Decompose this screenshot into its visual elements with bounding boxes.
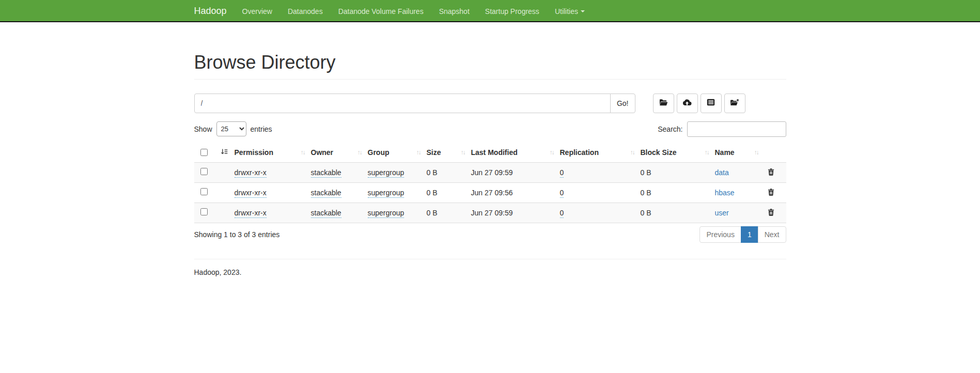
sort-both-icon: ↑↓: [705, 149, 709, 156]
cut-paste-button[interactable]: [701, 94, 722, 113]
owner-cell[interactable]: stackable: [311, 209, 341, 218]
entries-label: entries: [251, 125, 272, 133]
go-button[interactable]: Go!: [610, 94, 635, 113]
sort-asc-icon: [221, 148, 228, 157]
column-header-name[interactable]: Name↑↓: [715, 143, 765, 163]
directory-link[interactable]: hbase: [715, 189, 735, 197]
utilities-label: Utilities: [555, 7, 578, 15]
nav-item-startup-progress[interactable]: Startup Progress: [477, 0, 547, 22]
select-all-checkbox[interactable]: [200, 149, 208, 156]
select-column-header[interactable]: [194, 143, 235, 163]
move-directory-button[interactable]: [724, 94, 745, 113]
table-row: drwxr-xr-x stackable supergroup 0 B Jun …: [194, 162, 786, 182]
page-title: Browse Directory: [194, 52, 786, 73]
last-modified-cell: Jun 27 09:56: [471, 189, 513, 197]
trash-icon: [768, 210, 774, 217]
size-cell: 0 B: [427, 168, 438, 177]
size-cell: 0 B: [427, 209, 438, 217]
sort-both-icon: ↑↓: [416, 149, 421, 156]
pagination: Previous 1 Next: [699, 226, 786, 243]
list-alt-icon: [707, 99, 715, 107]
last-modified-cell: Jun 27 09:59: [471, 209, 513, 217]
upload-files-button[interactable]: [677, 94, 698, 113]
column-header-block-size[interactable]: Block Size↑↓: [641, 143, 715, 163]
pagination-page-1[interactable]: 1: [741, 226, 758, 243]
chevron-down-icon: [581, 10, 585, 12]
search-label: Search:: [658, 125, 682, 133]
table-controls: Show 25 entries Search:: [194, 121, 786, 137]
directory-table: Permission↑↓ Owner↑↓ Group↑↓ Size↑↓ Last…: [194, 143, 786, 223]
column-header-actions: [765, 143, 786, 163]
pagination-previous[interactable]: Previous: [699, 226, 741, 243]
group-cell[interactable]: supergroup: [368, 168, 405, 178]
nav-item-datanode-volume-failures[interactable]: Datanode Volume Failures: [331, 0, 431, 22]
delete-button[interactable]: [765, 168, 774, 177]
block-size-cell: 0 B: [641, 168, 651, 177]
replication-cell[interactable]: 0: [560, 168, 564, 178]
column-header-size[interactable]: Size↑↓: [427, 143, 471, 163]
directory-link[interactable]: user: [715, 209, 729, 217]
footer-text: Hadoop, 2023.: [194, 268, 786, 276]
sort-both-icon: ↑↓: [550, 149, 554, 156]
nav-item-snapshot[interactable]: Snapshot: [431, 0, 477, 22]
directory-path-input[interactable]: [194, 94, 611, 113]
nav-item-overview[interactable]: Overview: [235, 0, 280, 22]
sort-both-icon: ↑↓: [301, 149, 305, 156]
entries-summary: Showing 1 to 3 of 3 entries: [194, 230, 280, 239]
owner-cell[interactable]: stackable: [311, 189, 341, 198]
group-cell[interactable]: supergroup: [368, 189, 405, 198]
permission-cell[interactable]: drwxr-xr-x: [235, 168, 267, 178]
sort-both-icon: ↑↓: [630, 149, 634, 156]
nav-item-datanodes[interactable]: Datanodes: [280, 0, 331, 22]
brand-hadoop[interactable]: Hadoop: [194, 0, 235, 22]
column-header-owner[interactable]: Owner↑↓: [311, 143, 368, 163]
group-cell[interactable]: supergroup: [368, 209, 405, 218]
row-checkbox[interactable]: [200, 208, 208, 215]
size-cell: 0 B: [427, 189, 438, 197]
folder-transfer-icon: [730, 99, 739, 108]
table-row: drwxr-xr-x stackable supergroup 0 B Jun …: [194, 203, 786, 223]
page-size-select[interactable]: 25: [216, 121, 246, 136]
pagination-next[interactable]: Next: [758, 226, 786, 243]
trash-icon: [768, 169, 774, 177]
file-action-buttons: [653, 94, 745, 113]
row-checkbox[interactable]: [200, 188, 208, 195]
directory-link[interactable]: data: [715, 168, 729, 177]
column-header-group[interactable]: Group↑↓: [368, 143, 427, 163]
delete-button[interactable]: [765, 188, 774, 197]
navbar-menu: Overview Datanodes Datanode Volume Failu…: [235, 0, 593, 22]
replication-cell[interactable]: 0: [560, 209, 564, 218]
delete-button[interactable]: [765, 208, 774, 217]
create-directory-button[interactable]: [653, 94, 674, 113]
nav-item-utilities-dropdown[interactable]: Utilities: [547, 0, 593, 22]
column-header-last-modified[interactable]: Last Modified↑↓: [471, 143, 560, 163]
path-input-group: Go!: [194, 94, 635, 113]
title-divider: [194, 79, 786, 80]
cloud-upload-icon: [682, 99, 692, 108]
search-input[interactable]: [687, 121, 786, 137]
last-modified-cell: Jun 27 09:59: [471, 168, 513, 177]
table-footer: Showing 1 to 3 of 3 entries Previous 1 N…: [194, 226, 786, 243]
permission-cell[interactable]: drwxr-xr-x: [235, 209, 267, 218]
column-header-permission[interactable]: Permission↑↓: [235, 143, 311, 163]
sort-both-icon: ↑↓: [357, 149, 362, 156]
folder-open-icon: [659, 99, 668, 108]
table-header-row: Permission↑↓ Owner↑↓ Group↑↓ Size↑↓ Last…: [194, 143, 786, 163]
owner-cell[interactable]: stackable: [311, 168, 341, 178]
top-navbar: Hadoop Overview Datanodes Datanode Volum…: [0, 0, 980, 22]
permission-cell[interactable]: drwxr-xr-x: [235, 189, 267, 198]
sort-both-icon: ↑↓: [461, 149, 465, 156]
path-bar: Go!: [194, 94, 786, 113]
table-row: drwxr-xr-x stackable supergroup 0 B Jun …: [194, 182, 786, 203]
column-header-replication[interactable]: Replication↑↓: [560, 143, 641, 163]
footer-divider: [194, 259, 786, 259]
sort-both-icon: ↑↓: [754, 149, 758, 156]
replication-cell[interactable]: 0: [560, 189, 564, 198]
row-checkbox[interactable]: [200, 168, 208, 175]
block-size-cell: 0 B: [641, 209, 651, 217]
show-label: Show: [194, 125, 212, 133]
block-size-cell: 0 B: [641, 189, 651, 197]
trash-icon: [768, 190, 774, 197]
